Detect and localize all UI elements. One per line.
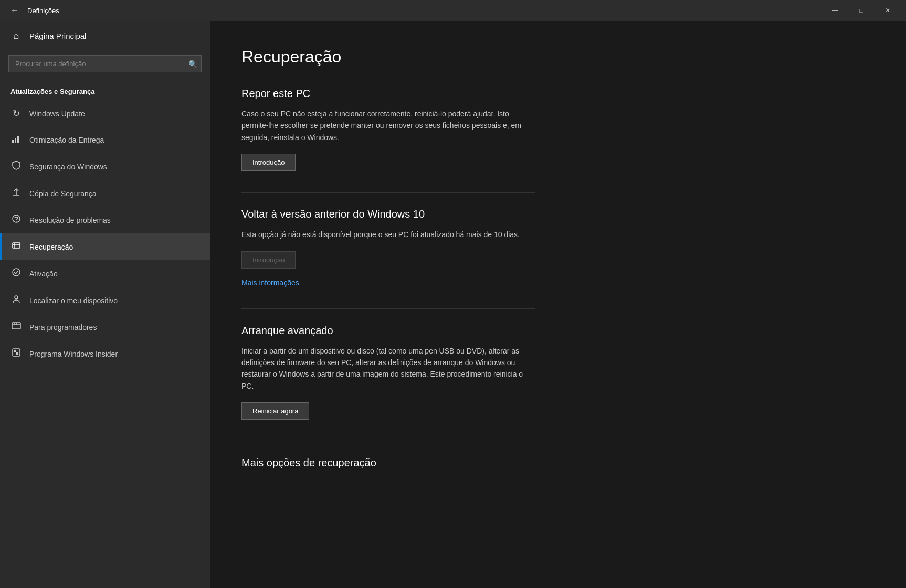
sidebar-item-label: Windows Update [29,110,85,118]
page-title: Recuperação [241,47,875,67]
svg-rect-1 [15,138,16,143]
section-go-back-desc: Esta opção já não está disponível porque… [241,229,535,240]
sidebar-item-label: Segurança do Windows [29,163,107,171]
svg-rect-2 [17,136,19,143]
sidebar-item-developers[interactable]: Para programadores [0,314,210,340]
sidebar-item-recovery[interactable]: Recuperação [0,233,210,260]
section-more-recovery: Mais opções de recuperação [241,457,875,469]
sidebar-item-windows-update[interactable]: ↻ Windows Update [0,101,210,126]
title-bar-left: ← Definições [8,4,59,17]
title-bar: ← Definições — □ ✕ [0,0,906,21]
sidebar-item-label: Localizar o meu dispositivo [29,296,118,305]
main-content: Recuperação Repor este PC Caso o seu PC … [210,21,906,588]
svg-rect-0 [12,140,14,143]
back-button[interactable]: ← [8,4,21,17]
home-icon: ⌂ [10,30,22,41]
delivery-optimization-icon [10,134,22,146]
troubleshoot-icon [10,214,22,226]
section-reset-pc-desc: Caso o seu PC não esteja a funcionar cor… [241,108,535,143]
sidebar-item-label: Cópia de Segurança [29,189,97,198]
insider-icon [10,348,22,360]
separator-3 [241,441,535,441]
activation-icon [10,268,22,280]
svg-point-11 [15,296,18,299]
svg-rect-18 [16,352,18,355]
sidebar-item-label: Ativação [29,270,58,278]
sidebar-divider-top [0,81,210,81]
reset-pc-button[interactable]: Introdução [241,154,296,171]
close-button[interactable]: ✕ [876,2,900,19]
restart-now-button[interactable]: Reiniciar agora [241,402,309,420]
svg-rect-17 [14,350,16,352]
recovery-icon [10,241,22,253]
sidebar-item-label: Programa Windows Insider [29,350,118,358]
app-container: ⌂ Página Principal 🔍 Atualizações e Segu… [0,21,906,588]
window-title: Definições [27,7,59,15]
sidebar-item-label: Otimização da Entrega [29,136,104,144]
find-device-icon [10,294,22,306]
sidebar-item-label: Para programadores [29,323,97,332]
section-advanced-startup-title: Arranque avançado [241,325,875,337]
svg-point-10 [13,269,20,276]
window-controls: — □ ✕ [823,2,900,19]
minimize-button[interactable]: — [823,2,847,19]
sidebar-item-insider[interactable]: Programa Windows Insider [0,340,210,367]
search-input[interactable] [8,55,202,72]
search-icon[interactable]: 🔍 [188,60,197,68]
maximize-button[interactable]: □ [849,2,873,19]
sidebar-item-delivery-optimization[interactable]: Otimização da Entrega [0,126,210,153]
svg-rect-7 [13,243,20,248]
svg-point-6 [16,221,17,222]
section-advanced-startup-desc: Iniciar a partir de um dispositivo ou di… [241,345,535,392]
sidebar-item-activation[interactable]: Ativação [0,260,210,287]
backup-icon [10,187,22,199]
section-go-back: Voltar à versão anterior do Windows 10 E… [241,208,875,287]
sidebar-home-label: Página Principal [29,31,86,40]
go-back-button: Introdução [241,251,296,269]
sidebar: ⌂ Página Principal 🔍 Atualizações e Segu… [0,21,210,588]
separator-2 [241,308,535,309]
sidebar-item-label: Resolução de problemas [29,216,111,224]
section-reset-pc-title: Repor este PC [241,88,875,100]
section-reset-pc: Repor este PC Caso o seu PC não esteja a… [241,88,875,171]
section-more-recovery-title: Mais opções de recuperação [241,457,875,469]
sidebar-item-home[interactable]: ⌂ Página Principal [0,21,210,51]
sidebar-section-title: Atualizações e Segurança [0,83,210,101]
more-info-link[interactable]: Mais informações [241,279,299,287]
developers-icon [10,321,22,333]
windows-update-icon: ↻ [10,108,22,119]
windows-security-icon [10,161,22,173]
sidebar-item-find-my-device[interactable]: Localizar o meu dispositivo [0,287,210,314]
section-advanced-startup: Arranque avançado Iniciar a partir de um… [241,325,875,420]
separator-1 [241,192,535,193]
sidebar-item-troubleshoot[interactable]: Resolução de problemas [0,207,210,233]
section-go-back-title: Voltar à versão anterior do Windows 10 [241,208,875,220]
sidebar-search: 🔍 [8,55,202,72]
sidebar-item-label: Recuperação [29,243,73,251]
sidebar-item-windows-security[interactable]: Segurança do Windows [0,153,210,180]
sidebar-item-backup[interactable]: Cópia de Segurança [0,180,210,207]
